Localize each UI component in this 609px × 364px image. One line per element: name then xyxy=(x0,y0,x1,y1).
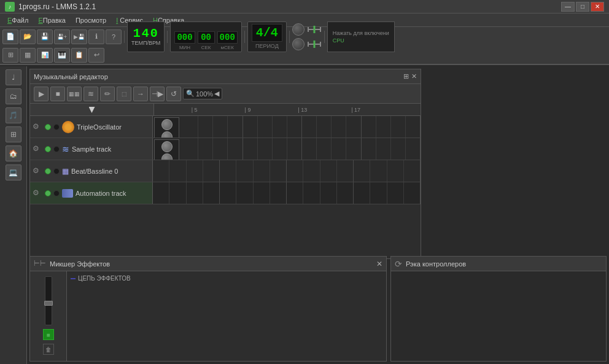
beat-cell[interactable] xyxy=(354,160,370,182)
maximize-button[interactable]: □ xyxy=(576,2,589,12)
beat-cell[interactable] xyxy=(337,160,354,182)
beat-cell[interactable] xyxy=(303,160,320,182)
erase-button[interactable]: ⬚ xyxy=(117,87,131,101)
next-button[interactable]: → xyxy=(133,87,148,101)
controller-rack-button[interactable]: ↩ xyxy=(88,48,104,63)
open-button[interactable]: 📂 xyxy=(20,29,36,44)
beat-cell[interactable] xyxy=(354,182,370,204)
master-vol-knob[interactable] xyxy=(292,23,304,36)
menu-view[interactable]: Просмотр xyxy=(71,15,111,25)
track-beat-content[interactable] xyxy=(153,160,421,182)
beat-cell[interactable] xyxy=(317,138,332,160)
beat-cell[interactable] xyxy=(287,116,302,137)
channel-delete[interactable]: 🗑 xyxy=(43,344,54,355)
beat-cell[interactable] xyxy=(198,116,213,137)
beat-cell[interactable] xyxy=(346,138,361,160)
beat-cell[interactable] xyxy=(287,138,302,160)
stop-button[interactable]: ■ xyxy=(50,87,65,101)
beat-cell[interactable] xyxy=(273,138,287,160)
track-led-off[interactable] xyxy=(53,146,60,152)
side-my-presets[interactable]: ⊞ xyxy=(6,126,21,142)
play-button[interactable]: ▶ xyxy=(34,87,48,101)
beat-cell[interactable] xyxy=(198,138,213,160)
track-gear-icon[interactable]: ⚙ xyxy=(33,166,42,176)
beat-cell[interactable] xyxy=(213,138,228,160)
beat-cell[interactable] xyxy=(169,182,186,204)
menu-file[interactable]: ЕФайл xyxy=(2,15,33,25)
sample-vol-knob[interactable] xyxy=(161,141,173,152)
track-led-on[interactable] xyxy=(45,168,51,174)
beat-cell[interactable] xyxy=(153,182,169,204)
sample-vol-control[interactable]: ГРОМБАЛ xyxy=(154,139,179,160)
beat-cell[interactable] xyxy=(243,116,258,137)
beat-cell[interactable] xyxy=(370,182,387,204)
track-gear-icon[interactable]: ⚙ xyxy=(33,188,42,198)
beat-bassline-button[interactable]: ▦ xyxy=(20,48,36,63)
beat-cell[interactable] xyxy=(169,160,186,182)
side-my-samples[interactable]: 🎵 xyxy=(6,107,21,123)
close-button[interactable]: ✕ xyxy=(591,2,604,12)
info-button[interactable]: ℹ xyxy=(88,29,104,44)
beat-cell[interactable] xyxy=(270,182,287,204)
beat-cell[interactable] xyxy=(270,160,287,182)
osc-vol-knob[interactable] xyxy=(161,119,173,130)
beat-cell[interactable] xyxy=(302,138,317,160)
osc-pitch-knob[interactable] xyxy=(161,131,173,137)
sample-pitch-knob[interactable] xyxy=(161,153,173,160)
beat-cell[interactable] xyxy=(332,116,346,137)
beat-cell[interactable] xyxy=(187,182,203,204)
skip-button[interactable]: ⊣▶ xyxy=(150,87,165,101)
beat-cell[interactable] xyxy=(302,116,317,137)
beat-cell[interactable] xyxy=(337,182,354,204)
track-led-off[interactable] xyxy=(53,190,60,196)
beat-cell[interactable] xyxy=(184,138,198,160)
track-led-on[interactable] xyxy=(45,146,51,152)
beat-cell[interactable] xyxy=(236,182,253,204)
track-led-off[interactable] xyxy=(53,168,60,174)
beat-cell[interactable] xyxy=(203,182,220,204)
loop-button[interactable]: ↺ xyxy=(166,87,181,101)
beat-cell[interactable] xyxy=(404,160,421,182)
beat-cell[interactable] xyxy=(376,138,391,160)
channel-fader[interactable] xyxy=(44,301,53,306)
track-gear-icon[interactable]: ⚙ xyxy=(33,122,42,132)
beat-cell[interactable] xyxy=(387,160,404,182)
beat-cell[interactable] xyxy=(332,138,346,160)
track-gear-icon[interactable]: ⚙ xyxy=(33,144,42,154)
beat-cell[interactable] xyxy=(362,138,376,160)
beat-cell[interactable] xyxy=(213,116,228,137)
menu-edit[interactable]: ЕПравка xyxy=(33,15,71,25)
beat-cell[interactable] xyxy=(273,116,287,137)
beat-cell[interactable] xyxy=(391,138,406,160)
minimize-button[interactable]: — xyxy=(561,2,575,12)
piano-keys-button[interactable]: 🎹 xyxy=(54,48,70,63)
side-my-projects[interactable]: 🗂 xyxy=(6,88,21,104)
beat-cell[interactable] xyxy=(370,160,387,182)
track-osc-content[interactable]: ГРОМБАЛ xyxy=(153,116,421,137)
draw-button[interactable]: ✏ xyxy=(100,87,115,101)
fx-mixer-close[interactable]: ✕ xyxy=(376,260,382,268)
track-led2-on[interactable] xyxy=(53,124,60,130)
new-button[interactable]: 📄 xyxy=(2,29,18,44)
beat-cell[interactable] xyxy=(320,182,337,204)
beat-cell[interactable] xyxy=(184,116,198,137)
beat-cell[interactable] xyxy=(254,182,270,204)
beat-cell[interactable] xyxy=(187,160,203,182)
channel-active-led[interactable]: ■ xyxy=(43,329,54,340)
song-editor-close[interactable]: ✕ xyxy=(411,72,417,80)
beat-cell[interactable] xyxy=(391,116,406,137)
save-button[interactable]: 💾 xyxy=(37,29,53,44)
level-meters-button[interactable]: 📊 xyxy=(37,48,53,63)
beat-cell[interactable] xyxy=(236,160,253,182)
osc-vol-control[interactable]: ГРОМБАЛ xyxy=(154,117,179,137)
side-my-home[interactable]: 🏠 xyxy=(6,145,21,161)
beat-cell[interactable] xyxy=(303,182,320,204)
beat-cell[interactable] xyxy=(406,116,421,137)
side-computer[interactable]: 💻 xyxy=(6,165,21,180)
beat-cell[interactable] xyxy=(406,138,421,160)
side-instruments[interactable]: ♩ xyxy=(6,69,21,85)
beat-cell[interactable] xyxy=(376,116,391,137)
beat-cell[interactable] xyxy=(228,116,242,137)
beat-cell[interactable] xyxy=(346,116,361,137)
beat-cell[interactable] xyxy=(243,138,258,160)
